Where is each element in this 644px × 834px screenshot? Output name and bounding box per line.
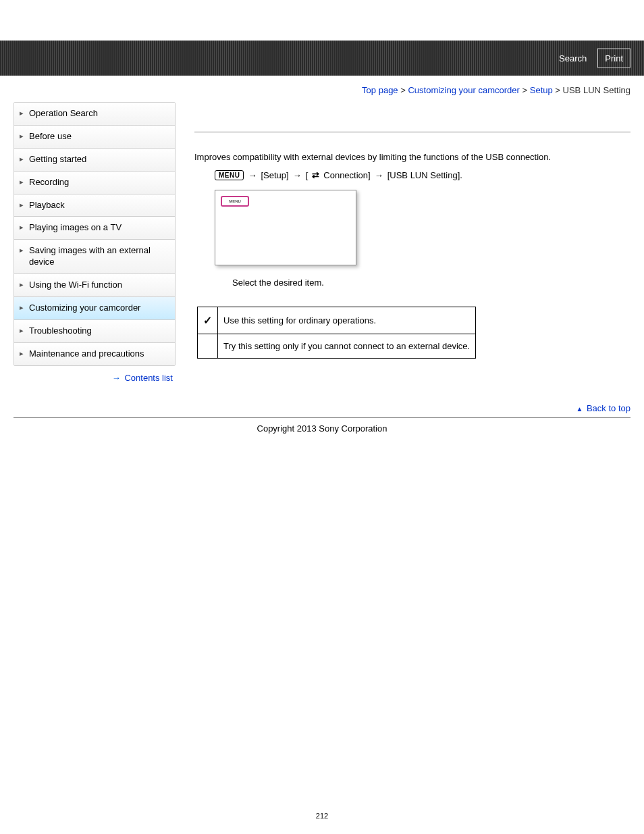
path-setup: [Setup]	[261, 170, 288, 180]
header-buttons: Search Print	[552, 49, 630, 68]
search-button[interactable]: Search	[552, 49, 593, 68]
table-row: ✓ Use this setting for ordinary operatio…	[198, 307, 476, 334]
breadcrumb-sep: >	[522, 85, 530, 95]
menu-path: MENU → [Setup] → [⇄Connection] → [USB LU…	[215, 170, 630, 180]
menu-icon: MENU	[215, 170, 244, 180]
contents-list-label: Contents list	[124, 373, 173, 383]
path-target: [USB LUN Setting].	[387, 170, 462, 180]
sidebar-item-wifi[interactable]: Using the Wi-Fi function	[14, 274, 175, 297]
copyright-text: Copyright 2013 Sony Corporation	[0, 418, 644, 434]
breadcrumb-sep: >	[400, 85, 408, 95]
sidebar-item-saving-images-external[interactable]: Saving images with an external device	[14, 240, 175, 274]
sidebar-item-before-use[interactable]: Before use	[14, 126, 175, 149]
page-number: 212	[0, 812, 644, 833]
sidebar: Operation Search Before use Getting star…	[14, 102, 176, 383]
arrow-icon: →	[248, 170, 257, 180]
breadcrumb-top[interactable]: Top page	[362, 85, 398, 95]
select-instruction: Select the desired item.	[232, 278, 630, 288]
sidebar-item-customizing[interactable]: Customizing your camcorder	[14, 297, 175, 320]
breadcrumb-customizing[interactable]: Customizing your camcorder	[408, 85, 519, 95]
settings-table: ✓ Use this setting for ordinary operatio…	[197, 307, 476, 359]
sidebar-link[interactable]: Maintenance and precautions	[14, 343, 175, 365]
table-cell-default: Use this setting for ordinary operations…	[218, 307, 476, 334]
description-text: Improves compatibility with external dev…	[194, 151, 630, 163]
check-cell-empty	[198, 334, 218, 359]
screen-menu-highlight: MENU	[221, 196, 249, 207]
sidebar-link[interactable]: Saving images with an external device	[14, 240, 175, 273]
sidebar-link[interactable]: Customizing your camcorder	[14, 297, 175, 319]
sidebar-item-playback[interactable]: Playback	[14, 194, 175, 217]
path-conn-bracket: [	[306, 170, 308, 180]
header-bar: Search Print	[0, 41, 644, 76]
sidebar-list: Operation Search Before use Getting star…	[14, 102, 176, 366]
arrow-right-icon: →	[112, 373, 121, 383]
sidebar-link[interactable]: Playing images on a TV	[14, 217, 175, 239]
back-to-top-label: Back to top	[587, 403, 630, 413]
sidebar-item-troubleshooting[interactable]: Troubleshooting	[14, 320, 175, 343]
breadcrumb-sep: >	[555, 85, 562, 95]
title-divider	[194, 132, 630, 132]
sidebar-link[interactable]: Using the Wi-Fi function	[14, 274, 175, 296]
triangle-up-icon: ▲	[576, 405, 583, 413]
sidebar-link[interactable]: Before use	[14, 126, 175, 148]
path-connection: Connection]	[323, 170, 370, 180]
breadcrumb-setup[interactable]: Setup	[530, 85, 553, 95]
sidebar-item-recording[interactable]: Recording	[14, 172, 175, 194]
sidebar-link[interactable]: Troubleshooting	[14, 320, 175, 342]
back-to-top-link[interactable]: ▲ Back to top	[576, 403, 630, 413]
breadcrumb-current: USB LUN Setting	[563, 85, 630, 95]
breadcrumb: Top page > Customizing your camcorder > …	[0, 76, 644, 102]
contents-list-link[interactable]: → Contents list	[112, 373, 173, 383]
print-button[interactable]: Print	[597, 49, 630, 68]
sidebar-item-operation-search[interactable]: Operation Search	[14, 103, 175, 126]
sidebar-link[interactable]: Getting started	[14, 149, 175, 171]
sidebar-link[interactable]: Recording	[14, 172, 175, 194]
arrow-icon: →	[375, 170, 383, 180]
table-row: Try this setting only if you cannot conn…	[198, 334, 476, 359]
sidebar-item-getting-started[interactable]: Getting started	[14, 149, 175, 172]
back-to-top-row: ▲ Back to top	[0, 383, 644, 417]
sidebar-item-maintenance[interactable]: Maintenance and precautions	[14, 343, 175, 365]
main-content: Improves compatibility with external dev…	[194, 102, 630, 383]
screen-illustration: MENU	[215, 190, 356, 265]
check-icon: ✓	[198, 307, 218, 334]
sidebar-link[interactable]: Playback	[14, 194, 175, 217]
contents-list-row: → Contents list	[14, 366, 176, 383]
arrow-icon: →	[293, 170, 302, 180]
screen-illustration-wrap: MENU	[215, 190, 630, 265]
sidebar-item-playing-images-tv[interactable]: Playing images on a TV	[14, 217, 175, 240]
table-cell-alt: Try this setting only if you cannot conn…	[218, 334, 476, 359]
connection-icon: ⇄	[312, 170, 319, 180]
sidebar-link[interactable]: Operation Search	[14, 103, 175, 125]
